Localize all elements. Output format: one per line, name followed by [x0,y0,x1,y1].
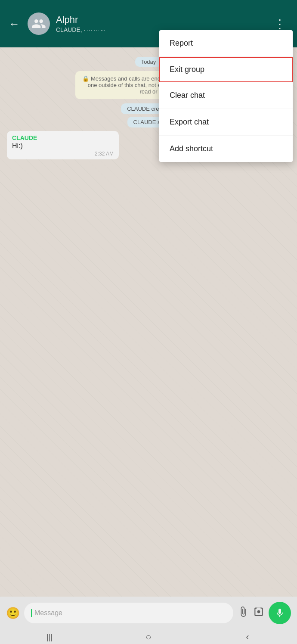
menu-item-export-chat[interactable]: Export chat [159,109,293,136]
menu-item-clear-chat[interactable]: Clear chat [159,82,293,109]
context-menu: Report Exit group Clear chat Export chat… [159,30,293,162]
menu-item-exit-group[interactable]: Exit group [159,57,293,82]
menu-item-add-shortcut[interactable]: Add shortcut [159,136,293,162]
menu-item-report[interactable]: Report [159,30,293,57]
